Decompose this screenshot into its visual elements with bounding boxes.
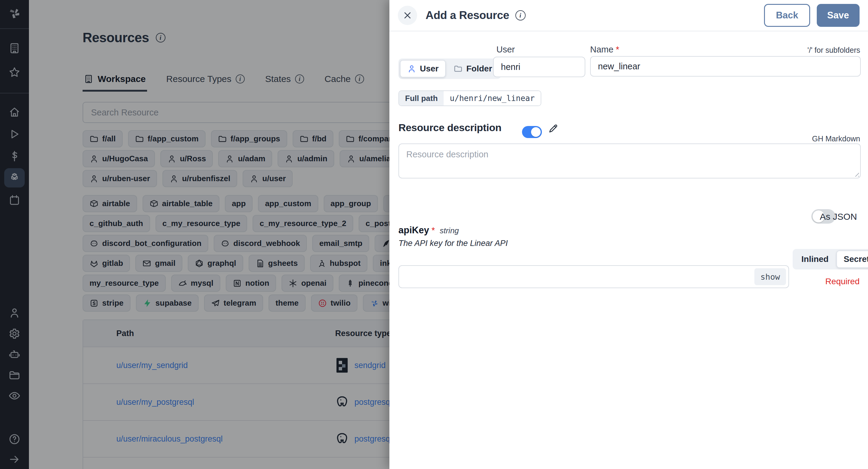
drawer-body: User Folder User Name* '/' for subfolder…: [390, 31, 868, 469]
owner-user-button[interactable]: User: [400, 60, 446, 77]
drawer-title: Add a Resource: [426, 9, 509, 22]
owner-type-toggle: User Folder: [398, 59, 501, 79]
description-heading: Resource description: [398, 122, 501, 133]
full-path-label: Full path: [399, 91, 444, 105]
secret-mode-toggle: Inlined Secret: [793, 249, 868, 270]
full-path-display: Full path u/henri/new_linear: [398, 90, 541, 106]
drawer-header: Add a Resource Back Save: [390, 0, 868, 31]
info-icon: [516, 10, 526, 21]
description-toggle[interactable]: [522, 126, 542, 138]
required-asterisk: *: [432, 225, 435, 235]
apikey-field-type: string: [440, 226, 459, 235]
full-path-value: u/henri/new_linear: [444, 91, 541, 105]
required-hint: Required: [825, 277, 860, 286]
as-json-label: As JSON: [820, 212, 857, 222]
person-icon: [407, 64, 416, 73]
drawer-backdrop[interactable]: [0, 0, 390, 469]
description-textarea[interactable]: [398, 144, 861, 179]
show-secret-button[interactable]: show: [754, 268, 786, 285]
apikey-description: The API key for the Linear API: [398, 239, 508, 248]
add-resource-drawer: Add a Resource Back Save User Fo: [390, 0, 868, 469]
secret-button[interactable]: Secret: [836, 250, 868, 268]
name-input[interactable]: [590, 56, 861, 76]
required-asterisk: *: [616, 44, 619, 54]
save-button[interactable]: Save: [817, 4, 860, 27]
name-field-label: Name: [590, 44, 613, 54]
back-button[interactable]: Back: [764, 4, 810, 27]
edit-pencil-icon[interactable]: [548, 123, 559, 134]
subfolder-hint: '/' for subfolders: [807, 46, 860, 55]
windmill-app: Resources Workspace Resource Types St: [0, 0, 868, 469]
owner-folder-button[interactable]: Folder: [446, 60, 499, 77]
user-field-label: User: [496, 44, 515, 55]
close-icon: [403, 11, 412, 20]
close-drawer-button[interactable]: [398, 6, 417, 25]
markdown-hint: GH Markdown: [812, 134, 860, 143]
apikey-field-name: apiKey: [398, 225, 429, 236]
apikey-input[interactable]: [398, 265, 789, 288]
user-input[interactable]: [493, 57, 585, 77]
folder-icon: [454, 64, 463, 73]
inlined-button[interactable]: Inlined: [794, 250, 836, 268]
